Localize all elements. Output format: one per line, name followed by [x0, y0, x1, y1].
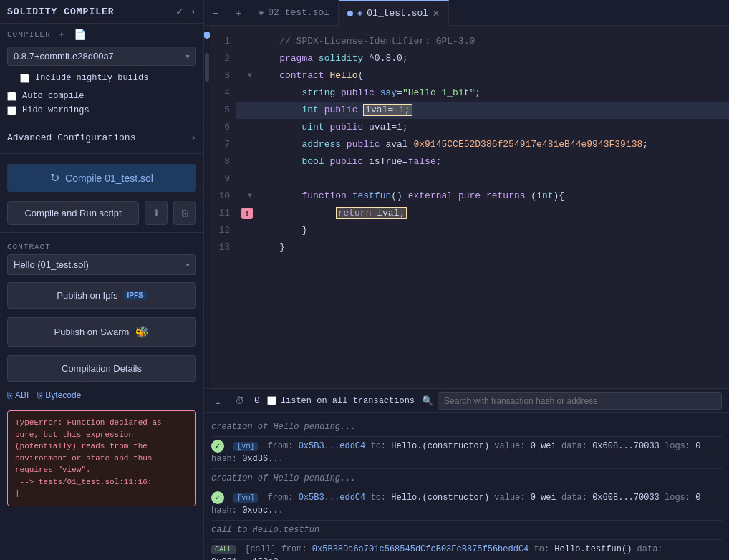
zoom-out-button[interactable]: − — [204, 0, 227, 26]
tab-02-test[interactable]: ◈ 02_test.sol — [250, 0, 339, 26]
swarm-icon: 🐝 — [135, 325, 149, 339]
copy-button[interactable]: ⎘ — [173, 201, 196, 225]
log-entry-pending-1: creation of Hello pending... — [211, 417, 722, 437]
file-icon[interactable]: 📄 — [72, 29, 87, 40]
bytecode-label: Bytecode — [45, 390, 81, 400]
check-icon[interactable]: ✓ — [174, 6, 185, 17]
refresh-icon: ↻ — [50, 171, 59, 185]
listen-checkbox-row: listen on all transactions — [267, 396, 415, 406]
code-editor[interactable]: // SPDX-License-Identifier: GPL-3.0 prag… — [236, 26, 729, 388]
auto-compile-checkbox[interactable] — [7, 92, 16, 101]
log-entry-vm-2: ✓ [vm] from: 0x5B3...eddC4 to: Hello.(co… — [211, 488, 722, 521]
error-text: TypeError: Function declared as pure, bu… — [15, 418, 166, 498]
abi-button[interactable]: ⎘ ABI — [7, 389, 29, 402]
compiler-row: COMPILER ＋ 📄 — [0, 24, 203, 44]
zoom-in-button[interactable]: + — [227, 0, 250, 26]
tab-close-button[interactable]: ✕ — [433, 9, 440, 18]
compile-run-button[interactable]: Compile and Run script — [7, 201, 139, 225]
divider-1 — [0, 122, 203, 122]
code-line-11: ! return ival; — [236, 205, 729, 222]
ipfs-badge: IPFS — [124, 291, 147, 300]
scroll-down-icon[interactable]: ⤓ — [211, 394, 225, 407]
compiler-label: COMPILER — [7, 30, 51, 39]
bytecode-button[interactable]: ⎘ Bytecode — [37, 389, 81, 402]
fold-arrow-10[interactable]: ▼ — [244, 188, 256, 205]
editor-area: 1 2 3 4 5 6 7 8 9 10 11 12 13 // SPDX-Li… — [204, 26, 729, 388]
sidebar-header: SOLIDITY COMPILER ✓ › — [0, 0, 203, 24]
compilation-details-button[interactable]: Compilation Details — [7, 355, 196, 382]
search-icon: 🔍 — [422, 395, 433, 407]
terminal-content[interactable]: creation of Hello pending... ✓ [vm] from… — [204, 413, 729, 560]
code-line-8: bool public isTrue=false; — [236, 153, 729, 170]
contract-label: CONTRACT — [7, 243, 196, 251]
log-entry-call-text: call to Hello.testfun — [211, 521, 722, 540]
success-icon-2: ✓ — [211, 491, 224, 504]
code-line-5: int public ival=-1; — [236, 102, 729, 119]
search-input[interactable] — [438, 392, 722, 410]
add-file-icon[interactable]: ＋ — [55, 28, 68, 41]
log-entry-call: CALL [call] from: 0x5B38Da6a701c568545dC… — [211, 540, 722, 560]
terminal-toolbar: ⤓ ⏱ 0 listen on all transactions 🔍 — [204, 389, 729, 413]
sidebar: SOLIDITY COMPILER ✓ › COMPILER ＋ 📄 0.8.7… — [0, 0, 204, 560]
copy-bytecode-icon: ⎘ — [37, 390, 42, 400]
code-line-13: } — [236, 239, 729, 256]
listen-checkbox[interactable] — [267, 396, 276, 405]
include-nightly-checkbox[interactable] — [20, 74, 29, 83]
code-line-2: pragma solidity ^0.8.0; — [236, 50, 729, 67]
auto-compile-label: Auto compile — [22, 91, 84, 101]
error-box: TypeError: Function declared as pure, bu… — [7, 410, 196, 506]
tab-dot — [347, 11, 353, 16]
contract-select-wrapper: Hello (01_test.sol) — [7, 254, 196, 275]
line-numbers: 1 2 3 4 5 6 7 8 9 10 11 12 13 — [210, 26, 236, 388]
compile-run-row: Compile and Run script ℹ ⎘ — [0, 198, 203, 228]
tab-01-test[interactable]: ◈ 01_test.sol ✕ — [339, 0, 449, 26]
tab-bar: − + ◈ 02_test.sol ◈ 01_test.sol ✕ — [204, 0, 729, 26]
compile-run-label: Compile and Run script — [24, 208, 121, 218]
search-box: 🔍 — [422, 392, 722, 410]
expand-icon[interactable]: › — [190, 6, 196, 17]
fold-arrow-3[interactable]: ▼ — [244, 67, 256, 85]
log-entry-vm-1: ✓ [vm] from: 0x5B3...eddC4 to: Hello.(co… — [211, 437, 722, 469]
log-entry-pending-2: creation of Hello pending... — [211, 469, 722, 488]
include-nightly-row: Include nightly builds — [0, 70, 203, 89]
listen-label: listen on all transactions — [281, 396, 415, 406]
compiler-select-row: 0.8.7+commit.e28d00a7 — [0, 44, 203, 70]
auto-compile-row: Auto compile — [0, 89, 203, 103]
compile-button[interactable]: ↻ Compile 01_test.sol — [7, 164, 196, 192]
file-tab-icon: ◈ — [259, 7, 264, 18]
publish-swarm-label: Publish on Swarm — [54, 327, 130, 337]
code-line-12: } — [236, 222, 729, 239]
sidebar-title: SOLIDITY COMPILER — [7, 6, 115, 17]
hide-warnings-label: Hide warnings — [22, 105, 90, 115]
hide-warnings-checkbox[interactable] — [7, 106, 16, 115]
code-line-6: uint public uval=1; — [236, 119, 729, 136]
publish-swarm-button[interactable]: Publish on Swarm 🐝 — [7, 317, 196, 347]
advanced-config-chevron-icon: › — [190, 132, 196, 143]
contract-section: CONTRACT Hello (01_test.sol) — [0, 237, 203, 278]
file-tab-icon-2: ◈ — [357, 8, 362, 19]
scrollbar-track — [204, 26, 210, 388]
advanced-config-label: Advanced Configurations — [7, 132, 135, 143]
publish-ipfs-button[interactable]: Publish on Ipfs IPFS — [7, 282, 196, 309]
contract-select[interactable]: Hello (01_test.sol) — [7, 254, 196, 275]
main-content: − + ◈ 02_test.sol ◈ 01_test.sol ✕ 1 2 3 … — [204, 0, 729, 560]
scrollbar-thumb[interactable] — [205, 53, 209, 82]
advanced-config-row[interactable]: Advanced Configurations › — [0, 127, 203, 149]
clock-icon[interactable]: ⏱ — [232, 394, 247, 407]
compiler-version-select[interactable]: 0.8.7+commit.e28d00a7 — [7, 47, 196, 66]
sidebar-header-icons: ✓ › — [174, 6, 196, 17]
info-button[interactable]: ℹ — [145, 201, 168, 225]
compilation-details-label: Compilation Details — [62, 363, 142, 374]
compiler-version-wrapper: 0.8.7+commit.e28d00a7 — [7, 47, 196, 66]
include-nightly-label: Include nightly builds — [35, 73, 148, 83]
copy-abi-icon: ⎘ — [7, 390, 12, 400]
abi-bytecode-row: ⎘ ABI ⎘ Bytecode — [0, 386, 203, 405]
code-line-7: address public aval=0x9145CCE52D386f2549… — [236, 136, 729, 153]
code-line-9 — [236, 170, 729, 188]
error-indicator: ! — [241, 208, 253, 219]
code-line-10: ▼ function testfun() external pure retur… — [236, 188, 729, 205]
code-line-1: // SPDX-License-Identifier: GPL-3.0 — [236, 33, 729, 50]
compile-button-label: Compile 01_test.sol — [65, 173, 153, 184]
abi-label: ABI — [15, 390, 29, 400]
divider-3 — [0, 232, 203, 233]
